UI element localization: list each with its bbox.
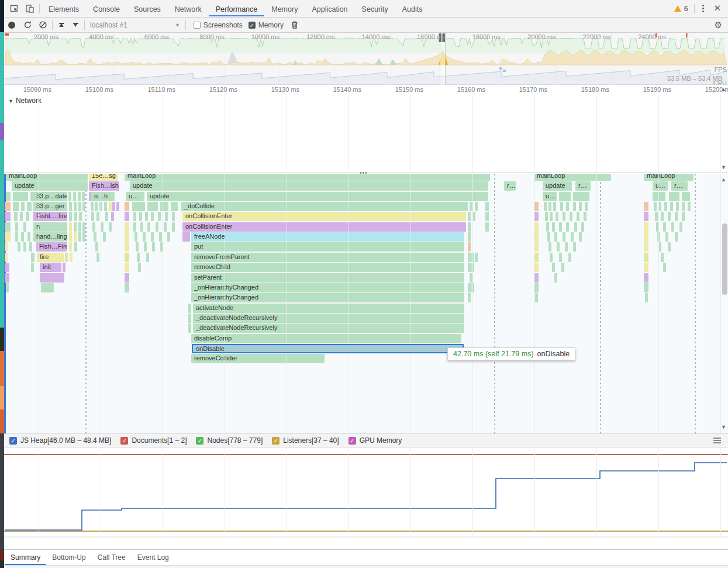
flame-bar[interactable]	[91, 212, 94, 221]
tab-console[interactable]: Console	[86, 1, 127, 16]
settings-gear-icon[interactable]: ⚙	[715, 20, 722, 30]
flame-bar[interactable]	[5, 212, 11, 221]
flame-bar[interactable]	[151, 232, 154, 242]
close-devtools-button[interactable]: ✕	[710, 2, 728, 16]
flame-bar[interactable]	[74, 202, 77, 211]
flame-bar[interactable]	[96, 253, 99, 262]
flame-bar[interactable]	[78, 232, 81, 242]
flame-bar[interactable]	[13, 202, 19, 211]
flame-bar[interactable]	[125, 222, 129, 232]
flame-bar[interactable]	[70, 253, 73, 262]
flame-bar[interactable]	[552, 263, 555, 272]
flame-bar[interactable]	[571, 232, 574, 242]
flame-bar[interactable]	[468, 263, 471, 272]
flame-bar[interactable]	[468, 283, 471, 292]
flame-bar[interactable]	[95, 202, 98, 211]
memory-checkbox[interactable]: ✓	[249, 22, 256, 29]
memory-label[interactable]: Memory	[258, 21, 284, 29]
flame-bar[interactable]	[579, 232, 582, 242]
flame-bar-mainLoop[interactable]: mainLoop	[6, 174, 88, 181]
flame-bar[interactable]	[21, 202, 25, 211]
flame-bar[interactable]	[133, 222, 136, 232]
flame-bar[interactable]	[468, 212, 471, 221]
flame-bar[interactable]	[69, 202, 72, 211]
flame-bar[interactable]	[570, 212, 572, 221]
flame-bar[interactable]	[69, 232, 72, 242]
legend-checkbox[interactable]: ✓	[9, 437, 17, 445]
flame-bar[interactable]	[5, 273, 9, 283]
flame-bar[interactable]	[535, 293, 538, 302]
flame-bar-onDisable[interactable]: onDisable	[192, 344, 464, 353]
flame-bar[interactable]	[144, 242, 147, 252]
flame-bar[interactable]	[669, 192, 679, 201]
flame-bar-removeCollider[interactable]: removeCollider	[191, 354, 325, 363]
legend-checkbox[interactable]: ✓	[349, 437, 356, 445]
flame-bar[interactable]	[104, 202, 107, 211]
flame-bar[interactable]	[675, 212, 678, 221]
flame-bar[interactable]	[670, 202, 673, 211]
flame-bar[interactable]	[5, 202, 11, 211]
flame-bar-init[interactable]: init	[40, 263, 61, 272]
flame-bar-_onHierarchyChanged[interactable]: _onHierarchyChanged	[191, 293, 464, 302]
flame-bar[interactable]	[156, 222, 158, 232]
inspect-element-button[interactable]	[7, 2, 22, 16]
kebab-menu-button[interactable]	[696, 2, 710, 15]
flame-bar-mainLoop[interactable]: mainLoop	[534, 174, 611, 181]
screenshots-label[interactable]: Screenshots	[203, 21, 243, 29]
flame-bar[interactable]	[671, 222, 674, 232]
flame-bar[interactable]	[566, 222, 569, 232]
flame-bar[interactable]	[105, 212, 108, 221]
warning-icon[interactable]	[674, 5, 681, 12]
details-tab-call-tree[interactable]: Call Tree	[92, 550, 132, 565]
flame-bar-update[interactable]: update	[130, 181, 488, 191]
clear-recordings-button[interactable]	[35, 18, 50, 32]
flame-bar-freeANode[interactable]: freeANode	[191, 232, 464, 242]
flame-bar-_deactivateNodeRecursively[interactable]: _deactivateNodeRecursively	[193, 314, 464, 323]
legend-checkbox[interactable]: ✓	[272, 437, 280, 445]
flame-bar[interactable]	[485, 202, 489, 211]
flame-bar[interactable]	[111, 212, 114, 221]
flame-bar[interactable]	[663, 222, 666, 232]
flame-bar[interactable]	[69, 222, 72, 232]
flame-bar[interactable]	[78, 192, 81, 201]
flame-bar[interactable]	[585, 202, 588, 211]
flame-bar[interactable]	[554, 232, 557, 242]
flame-bar[interactable]	[188, 323, 191, 333]
flame-bar[interactable]	[559, 253, 562, 262]
flame-bar-update[interactable]: update	[147, 192, 488, 201]
flame-bar[interactable]	[574, 222, 577, 232]
flame-bar[interactable]	[92, 222, 95, 232]
flame-bar[interactable]	[158, 212, 161, 221]
flame-bar[interactable]	[468, 232, 471, 242]
flame-bar[interactable]	[548, 202, 551, 211]
flame-bar[interactable]	[125, 273, 129, 283]
flame-bar[interactable]	[6, 192, 11, 201]
flame-bar[interactable]	[573, 202, 576, 211]
flame-bar[interactable]	[644, 212, 648, 221]
flame-bar[interactable]	[31, 253, 34, 262]
flame-bar[interactable]	[653, 192, 665, 201]
flame-bar[interactable]	[15, 222, 18, 232]
flame-bar[interactable]	[544, 202, 547, 211]
flame-bar[interactable]	[165, 212, 168, 221]
flame-bar[interactable]	[548, 242, 551, 252]
flame-bar[interactable]	[468, 222, 471, 232]
details-tab-event-log[interactable]: Event Log	[132, 550, 175, 565]
flame-bar[interactable]	[27, 202, 32, 211]
flame-bar[interactable]	[654, 202, 657, 211]
flame-bar[interactable]	[668, 212, 671, 221]
flame-bar[interactable]	[69, 212, 72, 221]
flame-bar[interactable]	[644, 263, 648, 272]
flame-bar[interactable]	[577, 212, 579, 221]
flame-bar[interactable]	[74, 212, 77, 221]
flame-bar[interactable]	[125, 253, 129, 262]
flame-bar[interactable]	[584, 212, 586, 221]
flame-bar[interactable]	[644, 202, 648, 211]
flame-bar[interactable]	[74, 222, 77, 232]
flame-bar[interactable]	[561, 263, 564, 272]
flame-bar[interactable]	[94, 232, 96, 242]
flame-bar[interactable]	[644, 242, 648, 252]
network-section-toggle[interactable]: ▼Network	[8, 97, 42, 105]
flame-bar[interactable]	[644, 273, 648, 283]
flame-bar-update[interactable]: update	[12, 181, 88, 191]
